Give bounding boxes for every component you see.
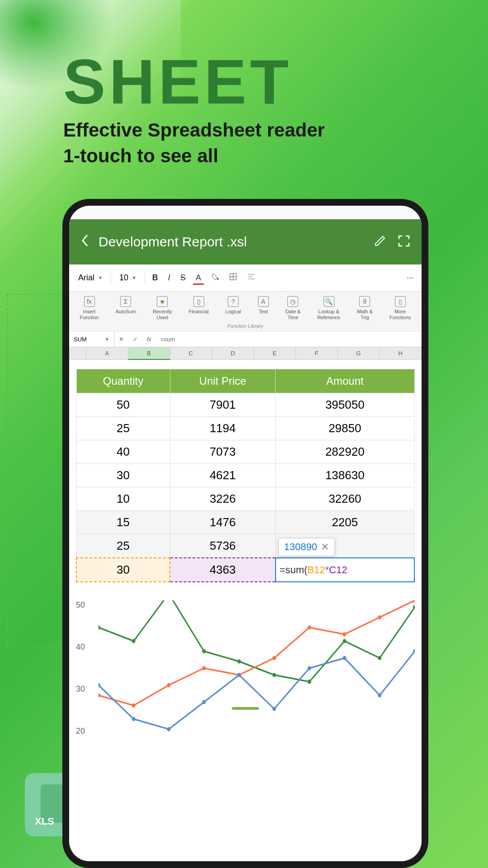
svg-point-23 (308, 626, 311, 630)
ribbon-item-lookup-&[interactable]: 🔍Lookup & Reference (317, 296, 340, 321)
table-header: Quantity (76, 369, 170, 393)
app-header: Development Report .xsl (69, 219, 422, 264)
svg-point-34 (343, 656, 346, 660)
svg-point-0 (217, 278, 219, 280)
svg-point-29 (167, 727, 171, 731)
phone-screen: Development Report .xsl Arial▼ 10▼ B I S… (69, 206, 422, 861)
formula-input[interactable]: =sum (156, 336, 179, 343)
table-cell[interactable]: 40 (76, 440, 170, 464)
ribbon-item-text[interactable]: AText (258, 296, 269, 321)
svg-point-7 (99, 626, 100, 630)
align-button[interactable] (244, 271, 258, 285)
table-cell[interactable]: 15 (76, 511, 170, 534)
ribbon-item-financial[interactable]: ▯Financial (189, 296, 209, 321)
table-cell[interactable]: =sum(B12*C12130890✕ (276, 558, 414, 582)
svg-point-31 (237, 673, 241, 677)
table-cell[interactable]: 25 (76, 417, 170, 440)
table-cell[interactable]: 1194 (170, 417, 276, 440)
table-cell[interactable]: 30 (76, 464, 170, 487)
italic-button[interactable]: I (165, 271, 173, 284)
table-cell[interactable]: 4363 (170, 558, 276, 582)
back-button[interactable] (80, 233, 89, 251)
table-cell[interactable]: 1476 (170, 511, 276, 534)
table-header: Amount (276, 369, 414, 393)
svg-point-25 (378, 615, 381, 619)
column-header-E[interactable]: E (254, 347, 296, 360)
column-header-D[interactable]: D (212, 347, 254, 360)
table-cell[interactable]: 30 (76, 558, 170, 582)
svg-point-28 (132, 717, 136, 721)
ribbon-item-insert[interactable]: fxInsert Function (80, 296, 99, 321)
svg-point-35 (378, 693, 381, 698)
table-cell[interactable]: 10 (76, 487, 170, 511)
fullscreen-icon[interactable] (398, 235, 410, 249)
table-cell[interactable]: 7073 (170, 440, 276, 464)
data-table: QuantityUnit PriceAmount 507901395050251… (76, 369, 415, 582)
ribbon-item-date-&[interactable]: ◷Date & Time (286, 296, 301, 321)
table-cell[interactable]: 50 (76, 393, 170, 417)
strikethrough-button[interactable]: S (178, 271, 188, 284)
document-title: Development Report .xsl (99, 234, 362, 250)
formula-accept-button[interactable]: ✓ (128, 336, 142, 343)
hero-title: SHEET (63, 45, 292, 118)
bold-button[interactable]: B (150, 271, 161, 284)
table-cell[interactable]: 138630 (276, 464, 414, 487)
svg-point-14 (343, 639, 346, 643)
table-cell[interactable]: 7901 (170, 393, 276, 417)
table-row[interactable]: 255736 (76, 534, 414, 558)
table-row[interactable]: 407073282920 (76, 440, 414, 464)
svg-point-24 (343, 632, 346, 637)
ribbon-item-logical[interactable]: ?Logical (225, 296, 241, 321)
svg-point-10 (202, 649, 206, 653)
font-size-select[interactable]: 10▼ (116, 271, 140, 284)
name-box[interactable]: SUM▼ (69, 331, 114, 347)
sheet-area[interactable]: QuantityUnit PriceAmount 507901395050251… (69, 360, 422, 861)
font-name-select[interactable]: Arial▼ (75, 271, 106, 284)
ribbon-item-autosum[interactable]: ΣAutoSum (116, 296, 136, 321)
ribbon-item-math-&[interactable]: θMath & Trig (357, 296, 373, 321)
line-chart: 50403020 (76, 600, 415, 736)
table-cell[interactable]: 2205 (276, 511, 414, 534)
table-cell[interactable]: 29850 (276, 417, 414, 440)
table-cell[interactable]: 25 (76, 534, 170, 558)
formula-cancel-button[interactable]: ✕ (114, 336, 128, 343)
edit-icon[interactable] (374, 235, 386, 249)
table-row[interactable]: 304363=sum(B12*C12130890✕ (76, 558, 414, 582)
fill-color-button[interactable] (208, 271, 222, 285)
column-header-A[interactable]: A (86, 347, 128, 360)
table-cell[interactable]: 32260 (276, 487, 414, 511)
table-cell[interactable]: 5736 (170, 534, 276, 558)
close-icon[interactable]: ✕ (321, 541, 329, 552)
table-row[interactable]: 25119429850 (76, 417, 414, 440)
more-button[interactable]: ··· (404, 271, 416, 284)
column-header-G[interactable]: G (338, 347, 380, 360)
column-header-H[interactable]: H (380, 347, 422, 360)
table-cell[interactable]: 4621 (170, 464, 276, 487)
formula-bar: SUM▼ ✕ ✓ fx =sum (69, 331, 422, 347)
formatting-toolbar: Arial▼ 10▼ B I S A ··· (69, 264, 422, 292)
table-cell[interactable]: 3226 (170, 487, 276, 511)
table-header: Unit Price (170, 369, 276, 393)
column-header-C[interactable]: C (170, 347, 212, 360)
svg-point-19 (167, 683, 171, 687)
font-color-button[interactable]: A (193, 271, 204, 285)
formula-tooltip: 130890✕ (278, 538, 335, 556)
table-cell[interactable]: 395050 (276, 393, 414, 417)
table-row[interactable]: 10322632260 (76, 487, 414, 511)
fx-label: fx (142, 336, 156, 343)
table-cell[interactable]: 282920 (276, 440, 414, 464)
svg-point-13 (308, 680, 311, 684)
column-header-F[interactable]: F (296, 347, 338, 360)
ribbon-item-more[interactable]: ▯More Functions (389, 296, 411, 321)
svg-point-26 (413, 600, 415, 603)
table-row[interactable]: 304621138630 (76, 464, 414, 487)
ribbon-item-recently[interactable]: ★Recently Used (153, 296, 172, 321)
phone-frame: Development Report .xsl Arial▼ 10▼ B I S… (62, 199, 428, 868)
svg-point-8 (132, 639, 136, 643)
borders-button[interactable] (226, 271, 240, 285)
svg-point-32 (272, 707, 276, 711)
svg-point-17 (99, 693, 100, 698)
column-header-B[interactable]: B (128, 347, 170, 360)
table-row[interactable]: 507901395050 (76, 393, 414, 417)
table-row[interactable]: 1514762205 (76, 511, 414, 534)
